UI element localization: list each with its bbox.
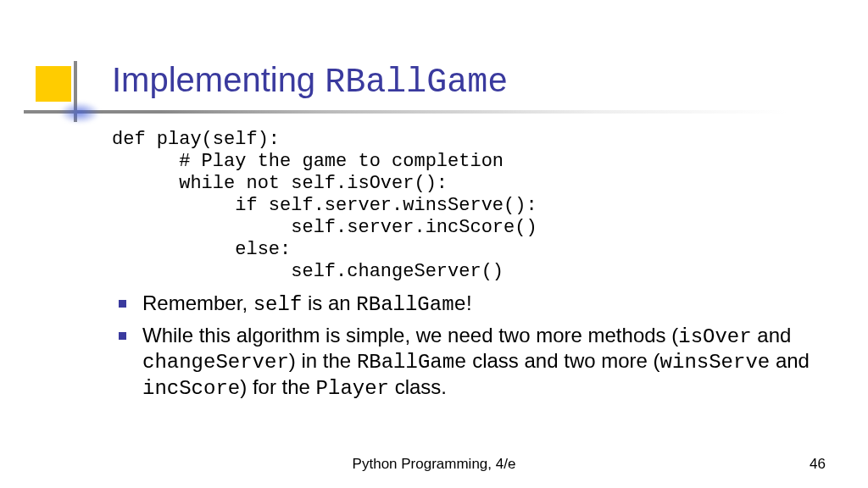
text-span: While this algorithm is simple, we need … xyxy=(142,324,678,347)
title-code: RBallGame xyxy=(325,64,508,102)
footer-center: Python Programming, 4/e xyxy=(353,456,516,473)
code-span: self xyxy=(253,293,303,316)
blue-accent-icon xyxy=(59,102,100,124)
bullet-item: Remember, self is an RBallGame! xyxy=(119,291,817,317)
code-span: isOver xyxy=(678,325,751,348)
slide-header: Implementing RBallGame xyxy=(0,0,868,112)
text-span: Remember, xyxy=(142,291,253,314)
horizontal-rule xyxy=(24,110,787,114)
slide-content: def play(self): # Play the game to compl… xyxy=(0,112,868,488)
text-span: ) in the xyxy=(289,349,357,372)
text-span: ! xyxy=(466,291,472,314)
code-span: Player xyxy=(316,377,389,400)
slide-title: Implementing RBallGame xyxy=(112,61,868,102)
bullet-list: Remember, self is an RBallGame!While thi… xyxy=(112,291,817,401)
accent-square-icon xyxy=(36,66,71,102)
bullet-item: While this algorithm is simple, we need … xyxy=(119,324,817,401)
text-span: class. xyxy=(389,375,447,398)
text-span: is an xyxy=(302,291,356,314)
slide: Implementing RBallGame def play(self): #… xyxy=(0,0,868,488)
title-text: Implementing xyxy=(112,61,325,98)
code-span: RBallGame xyxy=(357,351,467,374)
code-span: changeServer xyxy=(142,351,289,374)
text-span: ) for the xyxy=(240,375,315,398)
code-span: RBallGame xyxy=(356,293,466,316)
text-span: class and two more ( xyxy=(467,349,660,372)
text-span: and xyxy=(770,349,810,372)
text-span: and xyxy=(752,324,792,347)
code-block: def play(self): # Play the game to compl… xyxy=(112,129,817,283)
code-span: winsServe xyxy=(660,351,771,374)
footer-page-number: 46 xyxy=(810,456,826,473)
code-span: incScore xyxy=(142,377,240,400)
